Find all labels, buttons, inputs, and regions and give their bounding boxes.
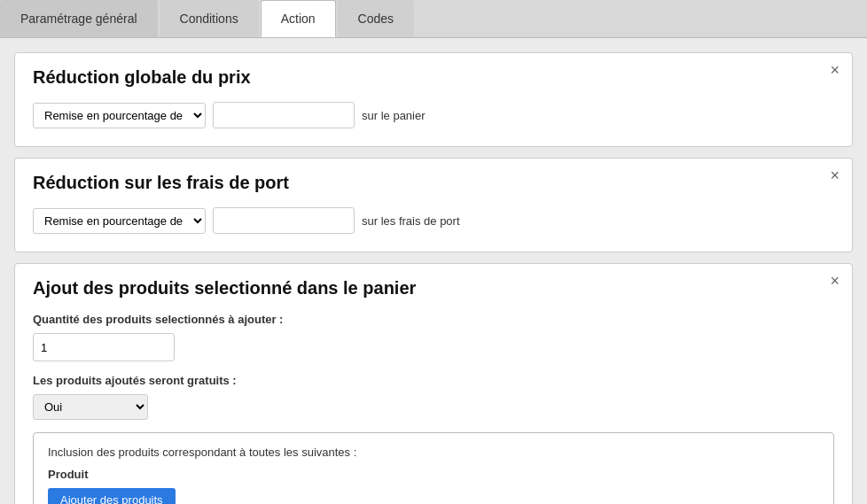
reduction-frais-port-suffix-label: sur les frais de port	[362, 214, 460, 228]
tab-parametrage[interactable]: Paramétrage général	[0, 0, 158, 37]
reduction-frais-port-form-row: Remise en pourcentage de Remise fixe de …	[33, 207, 834, 234]
main-content: × Réduction globale du prix Remise en po…	[0, 38, 867, 504]
reduction-frais-port-title: Réduction sur les frais de port	[33, 173, 834, 193]
reduction-frais-port-type-select[interactable]: Remise en pourcentage de Remise fixe de	[33, 208, 206, 234]
tab-conditions[interactable]: Conditions	[160, 0, 259, 37]
inclusion-title: Inclusion des produits correspondant à t…	[48, 446, 819, 459]
qty-label: Quantité des produits selectionnés à ajo…	[33, 313, 834, 326]
add-products-button[interactable]: Ajouter des produits	[48, 488, 176, 504]
reduction-globale-section: × Réduction globale du prix Remise en po…	[14, 52, 853, 147]
free-products-select[interactable]: Oui Non	[33, 394, 148, 420]
product-label: Produit	[48, 468, 819, 481]
tab-codes[interactable]: Codes	[338, 0, 414, 37]
reduction-globale-type-select[interactable]: Remise en pourcentage de Remise fixe de	[33, 103, 206, 128]
reduction-globale-suffix-label: sur le panier	[362, 109, 426, 122]
tab-bar: Paramétrage général Conditions Action Co…	[0, 0, 867, 38]
inclusion-box: Inclusion des produits correspondant à t…	[33, 432, 834, 504]
reduction-globale-value-input[interactable]	[213, 102, 355, 128]
close-ajout-produits-button[interactable]: ×	[830, 273, 840, 289]
reduction-globale-title: Réduction globale du prix	[33, 67, 834, 88]
tab-action[interactable]: Action	[261, 0, 336, 37]
close-reduction-globale-button[interactable]: ×	[830, 62, 840, 78]
qty-input[interactable]	[33, 333, 175, 361]
close-reduction-frais-port-button[interactable]: ×	[830, 167, 840, 183]
ajout-produits-title: Ajout des produits selectionné dans le p…	[33, 278, 834, 299]
ajout-produits-section: × Ajout des produits selectionné dans le…	[14, 263, 853, 504]
free-label: Les produits ajoutés seront gratuits :	[33, 374, 834, 387]
reduction-frais-port-value-input[interactable]	[213, 207, 355, 234]
reduction-globale-form-row: Remise en pourcentage de Remise fixe de …	[33, 102, 834, 128]
reduction-frais-port-section: × Réduction sur les frais de port Remise…	[14, 158, 853, 252]
